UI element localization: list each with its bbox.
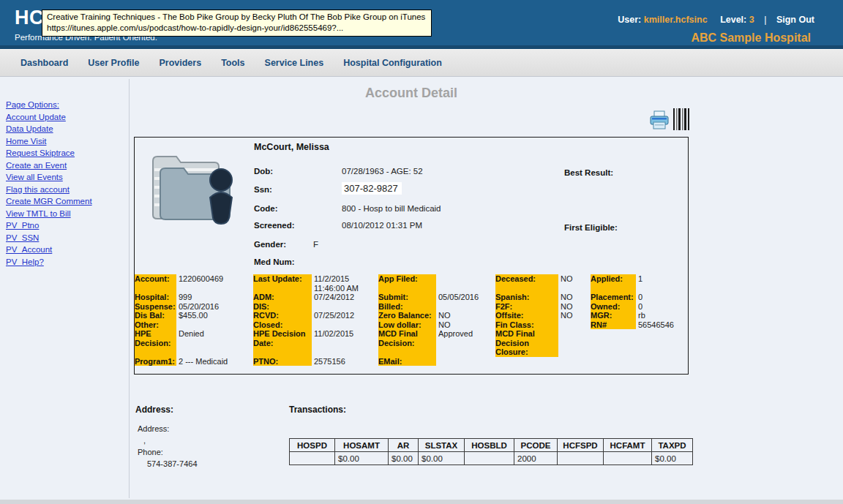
field-label: Deceased: — [495, 274, 558, 284]
field-value — [558, 320, 589, 330]
account-detail-panel: McCourt, Melissa Dob: 07/28/1963 - AGE: … — [134, 137, 689, 375]
field-value: 0 — [636, 302, 697, 312]
field-label: Program1: — [135, 357, 176, 366]
sidebar-link-home-visit[interactable]: Home Visit — [6, 137, 129, 146]
field-value: NO — [558, 311, 589, 320]
table-row: ADM:07/24/2012 — [253, 293, 375, 302]
transactions-column-header: HOSBLD — [465, 439, 514, 452]
field-label — [495, 284, 558, 293]
table-row: Deceased:NO — [495, 274, 589, 284]
field-label — [135, 347, 176, 357]
sidebar-link-pv-ptno[interactable]: PV_Ptno — [6, 221, 129, 230]
sidebar-link-account-update[interactable]: Account Update — [6, 113, 129, 122]
field-value: NO — [436, 311, 496, 320]
screened-label: Screened: — [254, 221, 295, 230]
sidebar-link-view-tmtl-to-bill[interactable]: View TMTL to Bill — [6, 209, 129, 219]
table-row: Billed: — [378, 302, 496, 312]
table-row — [135, 347, 250, 357]
field-value — [558, 284, 589, 293]
table-row — [495, 284, 589, 293]
table-row — [378, 284, 496, 293]
field-value — [636, 284, 697, 293]
transactions-cell: $0.00 — [652, 452, 693, 465]
nav-service-lines[interactable]: Service Lines — [265, 58, 324, 68]
sidebar-link-create-mgr-comment[interactable]: Create MGR Comment — [6, 197, 129, 206]
detail-column-2: Last Update:11/2/2015 11:46:00 AM ADM:07… — [253, 274, 375, 366]
code-value: 800 - Hosp to bill Medicaid — [342, 204, 441, 213]
horizontal-scrollbar[interactable] — [0, 500, 843, 504]
separator: | — [764, 15, 766, 25]
table-row: Applied:1 — [591, 274, 697, 284]
table-row: EMail: — [378, 357, 496, 366]
sidebar-link-pv-help[interactable]: PV_Help? — [6, 257, 129, 267]
sidebar-heading: Page Options: — [6, 100, 129, 110]
table-row: Last Update:11/2/2015 11:46:00 AM — [253, 274, 375, 293]
sidebar-link-pv-account[interactable]: PV_Account — [6, 245, 129, 255]
table-row: Account:1220600469 — [135, 274, 250, 284]
field-label: Applied: — [591, 274, 636, 284]
field-value — [436, 274, 496, 284]
transactions-cell: $0.00 — [335, 452, 389, 465]
field-value: 2 --- Medicaid — [176, 357, 250, 366]
field-label: HPE Decision: — [135, 329, 176, 347]
ssn-label: Ssn: — [254, 185, 272, 194]
field-label: Other: — [135, 320, 176, 330]
transactions-header-row: HOSPD HOSAMT AR SLSTAX HOSBLD PCODE HCFS… — [290, 439, 693, 452]
field-value — [558, 329, 589, 357]
table-row — [591, 284, 697, 293]
nav-hospital-configuration[interactable]: Hospital Configuration — [343, 58, 442, 68]
field-value: rb — [636, 311, 697, 320]
field-value — [436, 302, 496, 312]
transactions-value-row: $0.00 $0.00 $0.00 2000 $0.00 — [290, 452, 693, 465]
sidebar-link-data-update[interactable]: Data Update — [6, 124, 129, 134]
sidebar-link-create-an-event[interactable]: Create an Event — [6, 161, 129, 170]
nav-providers[interactable]: Providers — [159, 58, 201, 68]
nav-tools[interactable]: Tools — [221, 58, 244, 68]
first-eligible-label: First Eligible: — [564, 223, 618, 232]
nav-user-profile[interactable]: User Profile — [88, 58, 139, 68]
sign-out-link[interactable]: Sign Out — [776, 15, 814, 25]
user-bar: User: kmiller.hcfsinc Level: 3 | Sign Ou… — [618, 15, 814, 25]
nav-dashboard[interactable]: Dashboard — [20, 58, 68, 68]
field-value: 07/24/2012 — [312, 293, 375, 302]
field-label — [378, 347, 436, 357]
field-value: 0 — [636, 293, 697, 302]
main-nav: Dashboard User Profile Providers Tools S… — [0, 49, 843, 77]
field-label: Hospital: — [135, 293, 176, 302]
sidebar-link-pv-ssn[interactable]: PV_SSN — [6, 233, 129, 243]
table-row: HPE Decision Date:11/02/2015 — [253, 329, 375, 347]
field-label: MGR: — [591, 311, 636, 320]
sidebar-link-view-all-events[interactable]: View all Events — [6, 173, 129, 182]
tooltip-url: https://itunes.apple.com/us/podcast/how-… — [47, 23, 425, 34]
dob-value: 07/28/1963 - AGE: 52 — [342, 167, 423, 176]
field-label: RN# — [591, 320, 636, 330]
transactions-cell — [558, 452, 604, 465]
transactions-column-header: HCFAMT — [604, 439, 652, 452]
field-value: 1220600469 — [176, 274, 250, 284]
transactions-cell: $0.00 — [419, 452, 465, 465]
address-city-line: , — [138, 435, 198, 446]
main-content: Account Detail McCourt, Melissa Dob: 07/… — [130, 77, 843, 504]
screened-value: 08/10/2012 01:31 PM — [342, 221, 422, 230]
tooltip-title: Creative Training Techniques - The Bob P… — [47, 12, 425, 23]
dob-label: Dob: — [254, 167, 273, 176]
transactions-cell — [290, 452, 335, 465]
field-value: 2575156 — [312, 357, 375, 366]
user-label: User: — [618, 15, 641, 25]
table-row: Spanish:NO — [495, 293, 589, 302]
field-label: Offsite: — [495, 311, 558, 320]
table-row: Zero Balance:NO — [378, 311, 496, 320]
table-row: Suspense:05/20/2016 — [135, 302, 250, 312]
barcode-icon[interactable] — [673, 108, 691, 130]
hospital-name: ABC Sample Hospital — [691, 31, 811, 45]
transactions-column-header: AR — [389, 439, 419, 452]
field-label: Suspense: — [135, 302, 176, 312]
table-row: HPE Decision:Denied — [135, 329, 250, 347]
transactions-section-heading: Transactions: — [289, 405, 346, 415]
sidebar-link-request-skiptrace[interactable]: Request Skiptrace — [6, 148, 129, 158]
table-row: Hospital:999 — [135, 293, 250, 302]
print-icon[interactable] — [649, 110, 670, 130]
field-label: Submit: — [378, 293, 436, 302]
phone-value: 574-387-7464 — [138, 458, 198, 470]
sidebar-link-flag-this-account[interactable]: Flag this account — [6, 185, 129, 195]
